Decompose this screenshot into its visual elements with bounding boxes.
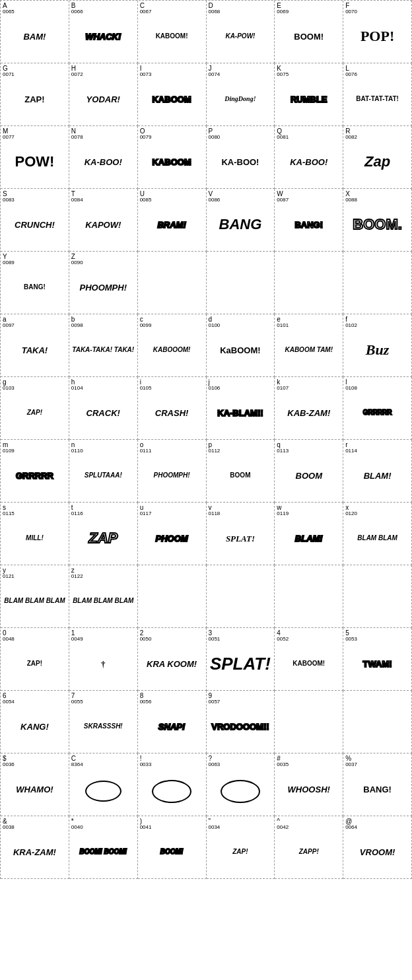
glyph-text: BANG! xyxy=(294,221,323,229)
cell-label: 80056 xyxy=(140,692,152,705)
glyph-cell: a0097TAKA! xyxy=(1,314,69,377)
cell-label: m0109 xyxy=(3,441,15,454)
cell-label: c0099 xyxy=(140,316,152,329)
glyph-cell: 10049† xyxy=(69,628,138,691)
cell-label: H0072 xyxy=(71,65,83,78)
cell-label: n0110 xyxy=(71,441,83,454)
glyph-text: KA-BOO! xyxy=(221,158,259,166)
glyph-cell: n0110SPLUTAAA! xyxy=(69,440,138,503)
glyph-text: POW! xyxy=(15,155,54,169)
glyph-cell: y0121BLAM BLAM BLAM xyxy=(1,565,69,628)
speech-bubble-oval xyxy=(221,780,260,803)
cell-label: L0076 xyxy=(345,65,357,78)
glyph-text: BOOM xyxy=(296,472,322,480)
cell-label: #0035 xyxy=(277,755,289,768)
cell-label: 20050 xyxy=(140,629,152,643)
glyph-cell: C8364 xyxy=(69,753,138,816)
cell-label: X0088 xyxy=(345,190,357,203)
glyph-cell: z0122BLAM BLAM BLAM xyxy=(69,565,138,628)
cell-label: 70055 xyxy=(71,692,83,705)
cell-label: s0115 xyxy=(3,504,15,517)
glyph-text: KAB-ZAM! xyxy=(287,409,330,417)
glyph-text: SNAP! xyxy=(158,722,185,731)
cell-label: r0114 xyxy=(345,441,357,454)
cell-label: !0033 xyxy=(140,755,152,768)
glyph-text: CRASH! xyxy=(155,409,189,417)
glyph-text: KA-POW! xyxy=(225,33,255,40)
cell-label: q0113 xyxy=(277,441,289,454)
glyph-text: KRA KOOM! xyxy=(147,660,197,668)
glyph-text: ZAP! xyxy=(24,95,44,104)
glyph-cell: l0108GRRRRR xyxy=(343,377,412,440)
glyph-cell: "0034ZAP! xyxy=(207,816,275,879)
cell-label: )0041 xyxy=(140,818,152,831)
glyph-cell: w0119BLAM! xyxy=(275,503,343,565)
cell-label: j0106 xyxy=(209,378,221,392)
glyph-text: TWAM! xyxy=(363,660,392,668)
cell-label: z0122 xyxy=(71,567,83,580)
glyph-cell: U0085BRAM! xyxy=(138,189,207,252)
glyph-cell: @0064VROOM! xyxy=(343,816,412,879)
cell-label: l0108 xyxy=(345,378,357,392)
glyph-text: KANG! xyxy=(20,722,49,731)
glyph-text: ZAP xyxy=(88,531,118,545)
glyph-cell: P0080KA-BOO! xyxy=(207,126,275,189)
cell-label: v0118 xyxy=(209,504,221,517)
cell-label: 10049 xyxy=(71,629,83,643)
glyph-cell: G0071ZAP! xyxy=(1,63,69,126)
cell-label: a0097 xyxy=(3,316,15,329)
glyph-text: ZAP! xyxy=(27,660,42,667)
glyph-text: SKRASSSH! xyxy=(84,723,123,730)
cell-label: G0071 xyxy=(3,65,15,78)
glyph-cell xyxy=(343,691,412,753)
glyph-cell xyxy=(138,252,207,314)
glyph-cell: N0078KA-BOO! xyxy=(69,126,138,189)
cell-label: Y0089 xyxy=(3,253,15,266)
glyph-cell: M0077POW! xyxy=(1,126,69,189)
speech-bubble xyxy=(85,781,121,802)
cell-label: u0117 xyxy=(140,504,152,517)
glyph-text: YODAR! xyxy=(86,95,120,104)
glyph-text: BLAM BLAM BLAM xyxy=(4,598,65,604)
cell-label: V0086 xyxy=(209,190,221,203)
glyph-cell: f0102Buz xyxy=(343,314,412,377)
glyph-cell: &0038KRA-ZAM! xyxy=(1,816,69,879)
cell-label: e0101 xyxy=(277,316,289,329)
cell-label: f0102 xyxy=(345,316,357,329)
glyph-text: POP! xyxy=(360,29,394,44)
cell-label: U0085 xyxy=(140,190,152,203)
glyph-cell xyxy=(343,565,412,628)
glyph-text: BOOM! BOOM! xyxy=(79,849,127,855)
glyph-text: BANG! xyxy=(363,785,392,794)
cell-label: A0065 xyxy=(3,2,15,15)
glyph-text: Zap xyxy=(364,155,390,169)
glyph-cell: e0101KABOOM TAM! xyxy=(275,314,343,377)
glyph-cell: O0079KABOOM xyxy=(138,126,207,189)
glyph-cell: B0066WHACK! xyxy=(69,1,138,63)
glyph-cell: F0070POP! xyxy=(343,1,412,63)
cell-label: 90057 xyxy=(209,692,221,705)
glyph-cell: q0113BOOM xyxy=(275,440,343,503)
cell-label: y0121 xyxy=(3,567,15,580)
cell-label: *0040 xyxy=(71,818,83,831)
glyph-text: † xyxy=(101,660,106,668)
glyph-text: KA-BOO! xyxy=(85,158,122,166)
cell-label: x0120 xyxy=(345,504,357,517)
glyph-text: MILL! xyxy=(26,535,44,542)
glyph-cell: %0037BANG! xyxy=(343,753,412,816)
glyph-text: KABOOM! xyxy=(292,660,325,667)
glyph-text: BAT-TAT-TAT! xyxy=(356,96,399,102)
glyph-cell: D0068KA-POW! xyxy=(207,1,275,63)
glyph-text: SPLAT! xyxy=(210,655,271,672)
glyph-text: KABOOM! xyxy=(156,33,188,40)
glyph-cell: 30051SPLAT! xyxy=(207,628,275,691)
cell-label: 60054 xyxy=(3,692,15,705)
glyph-cell: S0083CRUNCH! xyxy=(1,189,69,252)
cell-label: E0069 xyxy=(277,2,289,15)
glyph-cell: r0114BLAM! xyxy=(343,440,412,503)
glyph-cell xyxy=(138,565,207,628)
glyph-text: KRA-ZAM! xyxy=(13,848,56,857)
glyph-text: ZAP! xyxy=(232,849,248,855)
cell-label: F0070 xyxy=(345,2,357,15)
glyph-text: BOOM xyxy=(230,472,250,479)
